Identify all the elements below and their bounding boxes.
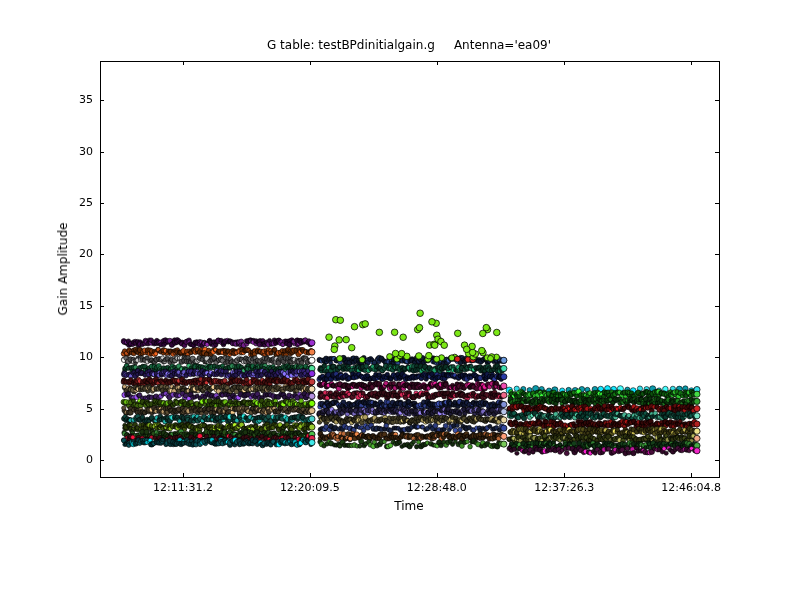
y-tick-label: 20: [0, 247, 93, 261]
x-tick-label: 12:37:26.3: [534, 481, 594, 494]
y-tick-label: 10: [0, 350, 93, 364]
x-tick-label: 12:11:31.2: [153, 481, 213, 494]
y-tick-label: 30: [0, 145, 93, 159]
plot-title: G table: testBPdinitialgain.g Antenna='e…: [267, 38, 551, 52]
y-tick-label: 25: [0, 196, 93, 210]
y-tick-label: 35: [0, 93, 93, 107]
y-tick-label: 15: [0, 299, 93, 313]
plot-figure: G table: testBPdinitialgain.g Antenna='e…: [0, 0, 800, 600]
y-tick-label: 5: [0, 402, 93, 416]
x-tick-label: 12:28:48.0: [407, 481, 467, 494]
x-tick-label: 12:20:09.5: [280, 481, 340, 494]
y-tick-label: 0: [0, 453, 93, 467]
x-tick-label: 12:46:04.8: [661, 481, 721, 494]
x-axis-label: Time: [394, 499, 423, 513]
